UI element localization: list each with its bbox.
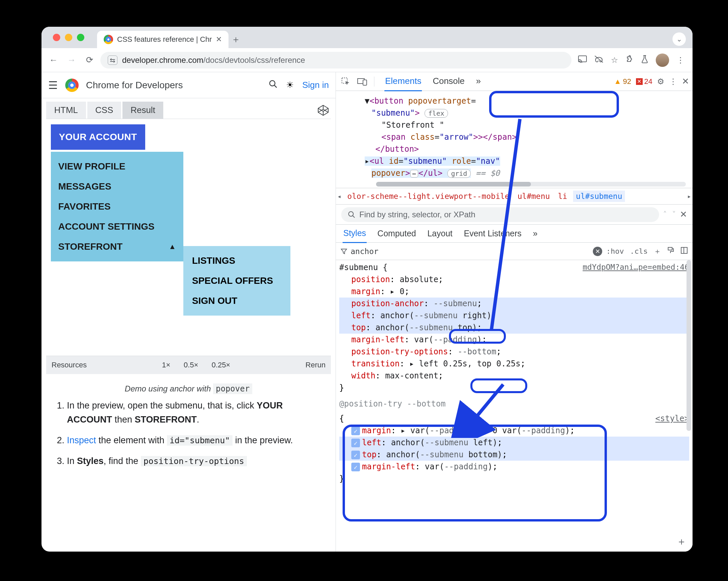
cls-toggle[interactable]: .cls bbox=[630, 247, 648, 255]
hov-toggle[interactable]: :hov bbox=[606, 247, 624, 255]
browser-menu-icon[interactable]: ⋮ bbox=[676, 55, 684, 65]
submenu2-item[interactable]: LISTINGS bbox=[191, 251, 283, 271]
close-tab-icon[interactable]: ✕ bbox=[216, 35, 222, 44]
sign-in-link[interactable]: Sign in bbox=[303, 80, 329, 90]
demo-preview[interactable]: YOUR ACCOUNT VIEW PROFILE MESSAGES FAVOR… bbox=[46, 119, 331, 356]
incognito-off-icon[interactable] bbox=[594, 55, 603, 65]
bookmark-icon[interactable]: ☆ bbox=[611, 55, 618, 65]
rerun-button[interactable]: Rerun bbox=[306, 361, 326, 369]
dom-tree[interactable]: ▼<button popovertarget= "submenu"> flex … bbox=[336, 91, 693, 188]
tab-elements[interactable]: Elements bbox=[384, 72, 422, 91]
tab-styles-more[interactable]: » bbox=[532, 225, 538, 242]
breadcrumb-item-active[interactable]: ul#submenu bbox=[573, 191, 625, 202]
new-style-rule-icon[interactable]: ＋ bbox=[654, 246, 661, 256]
demo-tab-html[interactable]: HTML bbox=[46, 102, 86, 119]
theme-toggle-icon[interactable]: ☀ bbox=[286, 80, 294, 90]
breadcrumb-right-icon[interactable]: ▸ bbox=[687, 192, 691, 200]
filter-input[interactable]: anchor bbox=[341, 247, 589, 256]
submenu-main: VIEW PROFILE MESSAGES FAVORITES ACCOUNT … bbox=[51, 152, 183, 261]
find-prev-icon[interactable]: ˄ bbox=[663, 210, 667, 219]
devtools-toolbar: Elements Console » ▲92 ✕24 ⚙ ⋮ ✕ bbox=[336, 72, 693, 91]
reload-button[interactable]: ⟳ bbox=[82, 53, 97, 67]
tab-more[interactable]: » bbox=[475, 72, 482, 91]
checkbox-icon[interactable]: ✓ bbox=[351, 439, 360, 447]
submenu-item[interactable]: VIEW PROFILE bbox=[51, 157, 183, 176]
vertical-scrollbar[interactable] bbox=[686, 260, 691, 545]
cast-icon[interactable] bbox=[578, 55, 587, 65]
tab-console[interactable]: Console bbox=[432, 72, 465, 91]
forward-button[interactable]: → bbox=[64, 53, 79, 67]
device-toggle-icon[interactable] bbox=[356, 75, 369, 88]
browser-window: CSS features reference | Chr ✕ ＋ ⌄ ← → ⟳… bbox=[42, 27, 693, 552]
breadcrumb-item[interactable]: ul#menu bbox=[516, 192, 552, 200]
horizontal-scrollbar[interactable] bbox=[376, 182, 686, 187]
submenu-item[interactable]: MESSAGES bbox=[51, 176, 183, 197]
tab-layout[interactable]: Layout bbox=[426, 225, 453, 242]
at-rule-head[interactable]: @position-try --bottom bbox=[339, 398, 689, 410]
zoom-0_25x[interactable]: 0.25× bbox=[208, 359, 235, 371]
labs-icon[interactable] bbox=[641, 55, 648, 65]
styles-body[interactable]: #submenu { mdYdpOM?ani…pe=embed:46 posit… bbox=[336, 260, 693, 552]
flex-badge[interactable]: flex bbox=[424, 109, 448, 118]
your-account-button[interactable]: YOUR ACCOUNT bbox=[51, 124, 145, 150]
checkbox-icon[interactable]: ✓ bbox=[351, 451, 360, 459]
new-tab-button[interactable]: ＋ bbox=[229, 31, 243, 48]
site-settings-icon[interactable]: ⇆ bbox=[108, 55, 118, 65]
close-window-icon[interactable] bbox=[53, 34, 60, 41]
tab-event-listeners[interactable]: Event Listeners bbox=[463, 225, 522, 242]
clear-filter-icon[interactable]: ✕ bbox=[593, 247, 602, 256]
add-declaration-icon[interactable]: ＋ bbox=[676, 534, 686, 549]
search-icon[interactable] bbox=[269, 80, 277, 91]
zoom-0_5x[interactable]: 0.5× bbox=[180, 359, 202, 371]
grid-badge[interactable]: grid bbox=[447, 169, 471, 178]
rule-source-link[interactable]: mdYdpOM?ani…pe=embed:46 bbox=[583, 261, 690, 273]
breadcrumb-item[interactable]: li bbox=[556, 192, 569, 200]
warnings-badge[interactable]: ▲92 bbox=[614, 77, 631, 86]
demo-tab-result[interactable]: Result bbox=[123, 102, 163, 119]
tab-styles[interactable]: Styles bbox=[343, 224, 367, 243]
submenu-item-storefront[interactable]: STOREFRONT▲ bbox=[51, 237, 183, 257]
svg-rect-14 bbox=[681, 247, 684, 253]
demo-tab-css[interactable]: CSS bbox=[87, 102, 121, 119]
submenu-item[interactable]: ACCOUNT SETTINGS bbox=[51, 217, 183, 237]
devtools-menu-icon[interactable]: ⋮ bbox=[669, 77, 677, 86]
svg-point-2 bbox=[270, 81, 275, 86]
checkbox-icon[interactable]: ✓ bbox=[351, 463, 360, 471]
dom-breadcrumbs[interactable]: ◂ olor-scheme--light.viewport--mobile ul… bbox=[336, 188, 693, 204]
tabs-dropdown-icon[interactable]: ⌄ bbox=[673, 32, 686, 46]
submenu2-item[interactable]: SIGN OUT bbox=[191, 291, 283, 311]
profile-avatar[interactable] bbox=[656, 54, 669, 67]
demo-caption: Demo using anchor with popover bbox=[42, 378, 336, 397]
submenu-item[interactable]: FAVORITES bbox=[51, 197, 183, 217]
errors-badge[interactable]: ✕24 bbox=[636, 77, 652, 86]
ellipsis-icon[interactable]: ⋯ bbox=[410, 170, 419, 177]
resources-link[interactable]: Resources bbox=[52, 361, 87, 369]
close-devtools-icon[interactable]: ✕ bbox=[682, 76, 689, 87]
menu-icon[interactable]: ☰ bbox=[48, 79, 58, 91]
inspect-element-icon[interactable] bbox=[339, 75, 352, 88]
close-find-icon[interactable]: ✕ bbox=[680, 209, 687, 220]
tab-computed[interactable]: Computed bbox=[377, 225, 417, 242]
inspect-link[interactable]: Inspect bbox=[67, 435, 96, 445]
codepen-icon[interactable] bbox=[315, 103, 331, 118]
checkbox-icon[interactable]: ✓ bbox=[351, 426, 360, 435]
computed-panel-icon[interactable] bbox=[680, 247, 688, 256]
rule-selector[interactable]: #submenu { bbox=[339, 261, 388, 273]
minimize-window-icon[interactable] bbox=[65, 34, 72, 41]
extensions-icon[interactable] bbox=[626, 55, 634, 65]
zoom-1x[interactable]: 1× bbox=[158, 359, 174, 371]
url-host: developer.chrome.com bbox=[122, 55, 203, 64]
tab-title: CSS features reference | Chr bbox=[117, 35, 212, 44]
back-button[interactable]: ← bbox=[46, 53, 61, 67]
address-bar[interactable]: ⇆ developer.chrome.com/docs/devtools/css… bbox=[100, 52, 571, 68]
maximize-window-icon[interactable] bbox=[77, 34, 84, 41]
breadcrumb-left-icon[interactable]: ◂ bbox=[337, 192, 341, 200]
paint-icon[interactable] bbox=[667, 247, 674, 256]
submenu2-item[interactable]: SPECIAL OFFERS bbox=[191, 271, 283, 291]
find-next-icon[interactable]: ˅ bbox=[672, 210, 676, 219]
find-input[interactable]: Find by string, selector, or XPath bbox=[341, 207, 659, 222]
settings-icon[interactable]: ⚙ bbox=[657, 77, 665, 86]
style-source-link[interactable]: <style> bbox=[655, 413, 689, 424]
breadcrumb-item[interactable]: olor-scheme--light.viewport--mobile bbox=[345, 192, 512, 200]
browser-tab[interactable]: CSS features reference | Chr ✕ bbox=[97, 31, 229, 48]
